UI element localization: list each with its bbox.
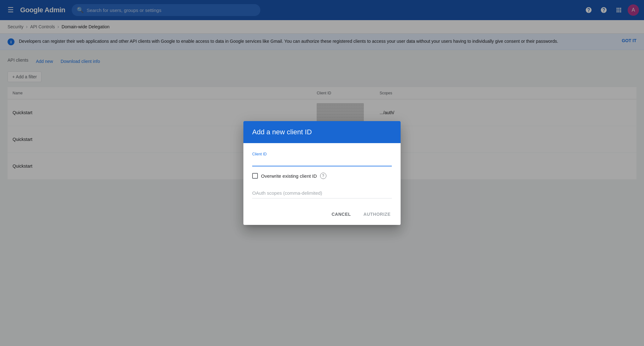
- client-id-label: Client ID: [252, 152, 392, 156]
- add-client-dialog: Add a new client ID Client ID Overwrite …: [243, 121, 401, 225]
- scopes-input[interactable]: [252, 188, 392, 198]
- modal-overlay: Add a new client ID Client ID Overwrite …: [0, 0, 644, 346]
- overwrite-row: Overwrite existing client ID ?: [252, 173, 392, 179]
- dialog-body: Client ID Overwrite existing client ID ?: [243, 143, 401, 205]
- overwrite-checkbox[interactable]: [252, 173, 258, 179]
- dialog-actions: CANCEL AUTHORIZE: [243, 205, 401, 225]
- scopes-field: [252, 188, 392, 198]
- authorize-button[interactable]: AUTHORIZE: [358, 209, 396, 220]
- cancel-button[interactable]: CANCEL: [326, 209, 356, 220]
- client-id-field: Client ID: [252, 152, 392, 166]
- dialog-title: Add a new client ID: [252, 128, 312, 136]
- dialog-header: Add a new client ID: [243, 121, 401, 143]
- client-id-input[interactable]: [252, 158, 392, 166]
- overwrite-label: Overwrite existing client ID: [261, 173, 317, 179]
- overwrite-help-icon[interactable]: ?: [320, 173, 326, 179]
